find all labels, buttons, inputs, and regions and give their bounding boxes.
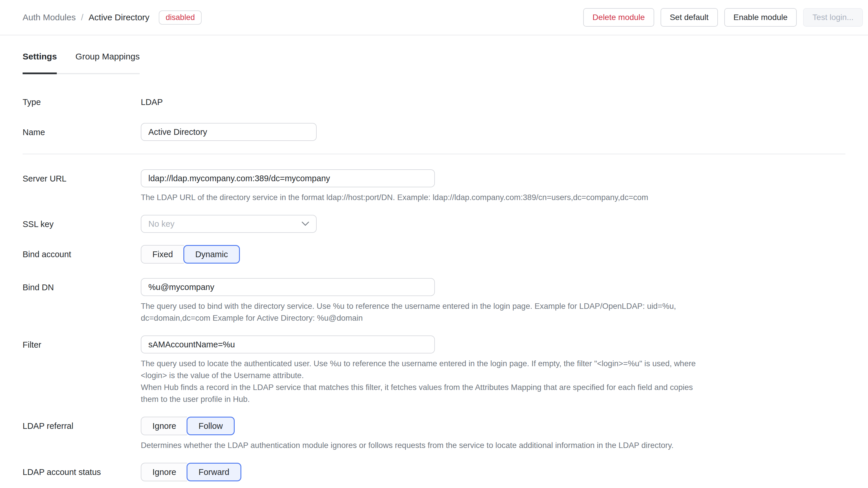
server-url-row: Server URL The LDAP URL of the directory… xyxy=(23,169,845,203)
tab-bar: Settings Group Mappings xyxy=(23,52,140,74)
ssl-key-selected-value: No key xyxy=(148,219,302,229)
page-title: Active Directory xyxy=(89,12,150,22)
server-url-label: Server URL xyxy=(23,169,141,188)
ldap-account-status-option-forward[interactable]: Forward xyxy=(187,463,241,481)
server-url-help: The LDAP URL of the directory service in… xyxy=(141,191,842,203)
ssl-key-label: SSL key xyxy=(23,215,141,233)
filter-row: Filter The query used to locate the auth… xyxy=(23,336,845,405)
breadcrumb-separator: / xyxy=(81,12,83,22)
settings-form: Type LDAP Name Server URL The LDAP URL o… xyxy=(23,93,845,488)
filter-input[interactable] xyxy=(141,336,435,353)
tab-group-mappings[interactable]: Group Mappings xyxy=(75,52,140,73)
breadcrumb-auth-modules-link[interactable]: Auth Modules xyxy=(23,12,75,22)
ssl-key-select[interactable]: No key xyxy=(141,215,317,233)
name-label: Name xyxy=(23,123,141,142)
ldap-account-status-label: LDAP account status xyxy=(23,463,141,481)
filter-label: Filter xyxy=(23,336,141,354)
name-row: Name xyxy=(23,123,845,142)
ldap-account-status-row: LDAP account status Ignore Forward Deter… xyxy=(23,463,845,488)
type-row: Type LDAP xyxy=(23,93,845,111)
chevron-down-icon xyxy=(302,222,309,226)
ldap-referral-help: Determines whether the LDAP authenticati… xyxy=(141,439,842,451)
ldap-account-status-toggle: Ignore Forward xyxy=(141,463,241,481)
bind-dn-label: Bind DN xyxy=(23,278,141,297)
bind-account-toggle: Fixed Dynamic xyxy=(141,245,240,264)
set-default-button[interactable]: Set default xyxy=(660,8,718,27)
filter-help: The query used to locate the authenticat… xyxy=(141,357,842,405)
name-input[interactable] xyxy=(141,123,317,141)
server-url-input[interactable] xyxy=(141,169,435,187)
ldap-referral-label: LDAP referral xyxy=(23,417,141,435)
enable-module-button[interactable]: Enable module xyxy=(724,8,797,27)
bind-account-option-dynamic[interactable]: Dynamic xyxy=(183,245,240,264)
bind-account-row: Bind account Fixed Dynamic xyxy=(23,245,845,264)
delete-module-button[interactable]: Delete module xyxy=(583,8,654,27)
ssl-key-row: SSL key No key xyxy=(23,215,845,233)
status-badge-disabled: disabled xyxy=(159,10,202,25)
breadcrumb: Auth Modules / Active Directory disabled xyxy=(23,10,202,25)
ldap-account-status-help: Determines whether user accounts are ban… xyxy=(141,485,842,488)
bind-dn-row: Bind DN The query used to bind with the … xyxy=(23,278,845,324)
ldap-account-status-option-ignore[interactable]: Ignore xyxy=(141,463,187,481)
test-login-button: Test login... xyxy=(803,8,863,27)
type-value: LDAP xyxy=(141,93,845,111)
bind-account-label: Bind account xyxy=(23,245,141,264)
ldap-referral-option-follow[interactable]: Follow xyxy=(187,417,235,435)
type-label: Type xyxy=(23,93,141,111)
bind-dn-help: The query used to bind with the director… xyxy=(141,300,842,324)
main-content: Settings Group Mappings Type LDAP Name S… xyxy=(0,35,868,488)
section-divider xyxy=(23,154,845,154)
page-header: Auth Modules / Active Directory disabled… xyxy=(0,0,868,35)
bind-account-option-fixed[interactable]: Fixed xyxy=(141,245,184,264)
ldap-referral-option-ignore[interactable]: Ignore xyxy=(141,417,187,435)
header-actions: Delete module Set default Enable module … xyxy=(583,8,863,27)
ldap-referral-toggle: Ignore Follow xyxy=(141,417,235,435)
bind-dn-input[interactable] xyxy=(141,278,435,296)
ldap-referral-row: LDAP referral Ignore Follow Determines w… xyxy=(23,417,845,451)
tab-settings[interactable]: Settings xyxy=(23,52,57,73)
